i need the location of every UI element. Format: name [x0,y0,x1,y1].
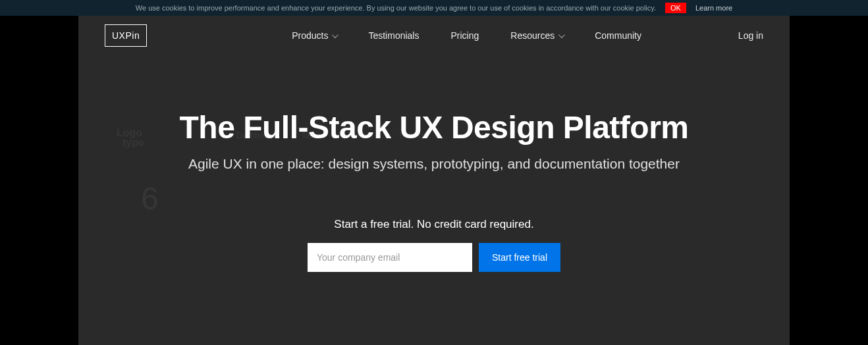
trial-label: Start a free trial. No credit card requi… [180,218,689,231]
nav-resources[interactable]: Resources [510,30,563,41]
main-nav: Products Testimonials Pricing Resources … [292,30,641,41]
nav-testimonials[interactable]: Testimonials [368,30,419,41]
hero-subtitle: Agile UX in one place: design systems, p… [180,156,689,172]
login-link[interactable]: Log in [738,30,763,41]
email-input[interactable] [308,243,472,272]
nav-products[interactable]: Products [292,30,337,41]
hero-content: The Full-Stack UX Design Platform Agile … [180,109,689,272]
cookie-text: We use cookies to improve performance an… [136,4,656,12]
bg-number: 6 [141,180,159,217]
logo[interactable]: UXPin [105,24,147,47]
nav-products-label: Products [292,30,328,41]
main-container: UXPin Products Testimonials Pricing Reso… [78,16,790,345]
bg-logo-line1: Logo [115,128,144,138]
bg-logo-text: Logo type [115,128,144,147]
cookie-learn-more-link[interactable]: Learn more [695,4,732,12]
nav-community[interactable]: Community [595,30,641,41]
nav-resources-label: Resources [510,30,555,41]
header: UXPin Products Testimonials Pricing Reso… [78,16,790,55]
hero: Logo type 6 Dashboard Tasks People Setti… [78,16,790,345]
start-free-trial-button[interactable]: Start free trial [479,243,560,272]
nav-pricing[interactable]: Pricing [450,30,479,41]
bg-logo-line2: type [122,138,144,147]
chevron-down-icon [332,32,339,38]
chevron-down-icon [558,32,565,38]
cookie-ok-button[interactable]: OK [665,3,686,13]
cookie-bar: We use cookies to improve performance an… [0,0,868,16]
hero-title: The Full-Stack UX Design Platform [180,109,689,146]
trial-form: Start free trial [180,243,689,272]
